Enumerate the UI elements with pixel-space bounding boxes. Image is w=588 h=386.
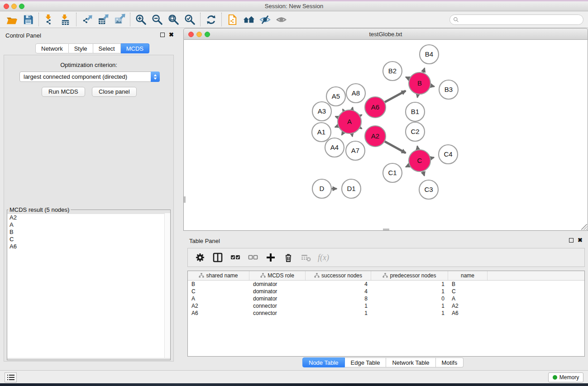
vertical-scroll-indicator[interactable] <box>184 196 186 203</box>
edge-A-A2[interactable] <box>360 128 362 129</box>
node-D1[interactable]: D1 <box>342 179 361 198</box>
gear-icon[interactable] <box>194 252 206 263</box>
node-B[interactable]: B <box>409 72 430 94</box>
edge-A-A3[interactable] <box>335 116 338 117</box>
home-icon[interactable] <box>240 12 257 27</box>
tab-network-table[interactable]: Network Table <box>386 357 435 367</box>
node-A[interactable]: A <box>338 110 361 133</box>
edge-A-A6[interactable] <box>360 115 362 116</box>
network-minimize-button[interactable] <box>196 32 202 37</box>
export-network-icon[interactable] <box>79 12 95 27</box>
app-titlebar[interactable]: Session: New Session <box>0 1 588 11</box>
show-panels-icon[interactable] <box>273 12 289 27</box>
node-A3[interactable]: A3 <box>312 102 331 121</box>
deselect-all-icon[interactable] <box>247 252 259 263</box>
add-row-icon[interactable] <box>265 252 277 263</box>
edge-A6-B[interactable] <box>385 91 406 102</box>
node-A1[interactable]: A1 <box>312 123 331 142</box>
float-panel-icon[interactable] <box>160 33 165 37</box>
edge-A2-C[interactable] <box>385 142 406 153</box>
network-window-titlebar[interactable]: testGlobe.txt <box>183 28 588 40</box>
column-header-shared-name[interactable]: shared name <box>188 271 249 280</box>
mcds-result-item[interactable]: B <box>7 229 170 236</box>
node-B2[interactable]: B2 <box>383 62 402 81</box>
zoom-selected-icon[interactable] <box>182 12 198 27</box>
edge-C-C1[interactable] <box>406 165 409 167</box>
export-image-icon[interactable] <box>111 12 128 27</box>
node-B1[interactable]: B1 <box>406 102 425 121</box>
delete-row-icon[interactable] <box>282 252 294 263</box>
column-header-name[interactable]: name <box>448 271 488 280</box>
table-row[interactable]: Cdominator41C <box>188 288 584 295</box>
close-table-panel-icon[interactable]: ✖ <box>578 238 583 243</box>
column-header-predecessor-nodes[interactable]: predecessor nodes <box>371 271 448 280</box>
mcds-result-item[interactable]: A2 <box>7 214 170 221</box>
mcds-result-item[interactable]: C <box>7 236 170 243</box>
network-close-button[interactable] <box>188 32 194 37</box>
node-C4[interactable]: C4 <box>439 145 458 164</box>
close-panel-icon[interactable]: ✖ <box>169 33 174 37</box>
refresh-network-icon[interactable] <box>203 12 219 27</box>
edge-C-C3[interactable] <box>423 172 425 176</box>
select-all-icon[interactable] <box>229 252 241 263</box>
hide-panels-icon[interactable] <box>257 12 273 27</box>
tab-edge-table[interactable]: Edge Table <box>345 357 387 367</box>
tab-mcds[interactable]: MCDS <box>121 43 149 53</box>
search-field[interactable] <box>449 14 583 25</box>
zoom-out-icon[interactable] <box>149 12 165 27</box>
zoom-in-icon[interactable] <box>133 12 149 27</box>
edge-A-A8[interactable] <box>352 107 353 110</box>
columns-icon[interactable] <box>212 252 224 263</box>
new-network-from-file-icon[interactable] <box>224 12 240 27</box>
node-C3[interactable]: C3 <box>419 180 438 199</box>
float-table-panel-icon[interactable] <box>569 238 574 243</box>
node-A7[interactable]: A7 <box>346 141 365 160</box>
table-row[interactable]: A6connector11A6 <box>188 310 584 317</box>
edge-C-C4[interactable] <box>430 157 434 158</box>
open-file-icon[interactable] <box>4 12 20 27</box>
close-window-button[interactable] <box>4 4 9 9</box>
mcds-result-item[interactable]: A6 <box>7 243 170 250</box>
import-network-icon[interactable] <box>41 12 57 27</box>
zoom-fit-icon[interactable] <box>165 12 182 27</box>
resize-grip[interactable] <box>581 224 587 230</box>
node-B4[interactable]: B4 <box>420 45 439 64</box>
edge-A-A5[interactable] <box>343 109 344 111</box>
node-C2[interactable]: C2 <box>406 122 425 141</box>
edge-B-B2[interactable] <box>406 77 409 79</box>
table-row[interactable]: Bdominator41B <box>188 281 584 288</box>
edge-B-B3[interactable] <box>430 86 434 86</box>
tab-node-table[interactable]: Node Table <box>302 357 345 367</box>
node-A8[interactable]: A8 <box>346 84 365 103</box>
table-row[interactable]: Adominator80A <box>188 295 584 302</box>
horizontal-scroll-indicator[interactable] <box>383 229 389 230</box>
edge-A-A1[interactable] <box>335 126 338 127</box>
column-header-MCDS-role[interactable]: MCDS role <box>249 271 306 280</box>
tab-motifs[interactable]: Motifs <box>436 357 464 367</box>
node-A4[interactable]: A4 <box>325 138 344 157</box>
tab-select[interactable]: Select <box>93 43 121 53</box>
maximize-window-button[interactable] <box>19 4 24 9</box>
close-panel-button[interactable]: Close panel <box>92 87 137 97</box>
save-session-icon[interactable] <box>20 12 36 27</box>
node-A6[interactable]: A6 <box>365 97 386 118</box>
node-C1[interactable]: C1 <box>383 163 402 182</box>
export-table-icon[interactable] <box>95 12 111 27</box>
tab-style[interactable]: Style <box>69 43 93 53</box>
import-table-icon[interactable] <box>57 12 74 27</box>
node-A5[interactable]: A5 <box>326 87 345 106</box>
tab-network[interactable]: Network <box>35 43 69 53</box>
column-header-successor-nodes[interactable]: successor nodes <box>306 271 371 280</box>
task-history-button[interactable] <box>5 372 17 382</box>
edge-B-B1[interactable] <box>417 95 418 98</box>
node-C[interactable]: C <box>409 150 430 172</box>
edge-C-C2[interactable] <box>417 146 418 150</box>
edge-A-A7[interactable] <box>352 134 352 137</box>
mcds-result-item[interactable]: A <box>7 221 170 229</box>
network-maximize-button[interactable] <box>205 32 210 37</box>
node-A2[interactable]: A2 <box>365 126 386 147</box>
network-canvas[interactable]: B4B2BB3A5A8A6B1A3AA1C2A2A4A7C4CC1C3DD1 <box>183 40 588 231</box>
memory-button[interactable]: Memory <box>548 372 583 382</box>
run-mcds-button[interactable]: Run MCDS <box>42 87 85 97</box>
edge-A-A4[interactable] <box>342 132 344 135</box>
